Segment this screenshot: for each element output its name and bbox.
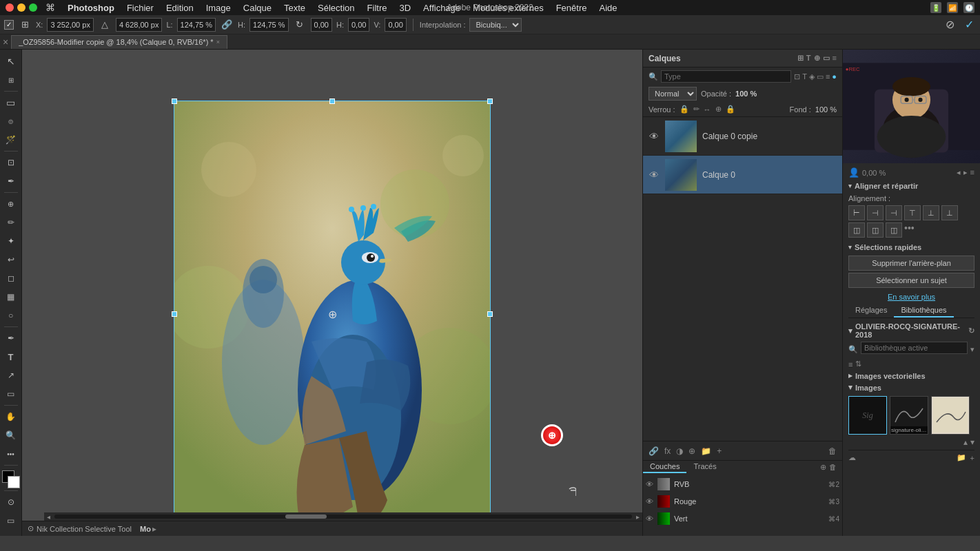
tab-reglages[interactable]: Réglages [848, 304, 894, 318]
align-prev-btn[interactable]: ◂ [957, 168, 961, 177]
menu-selection[interactable]: Sélection [312, 1, 360, 14]
add-group-btn[interactable]: 📁 [701, 446, 711, 456]
link-layers-btn[interactable]: 🔗 [649, 446, 659, 456]
layer-icon-4[interactable]: ▭ [823, 54, 830, 63]
blend-mode-select[interactable]: Normal [649, 87, 697, 101]
spot-heal-tool[interactable]: ⊕ [2, 195, 20, 213]
menu-fenetre[interactable]: Fenêtre [551, 1, 593, 14]
red-circle-button[interactable]: ⊕ [541, 424, 563, 446]
supprimer-bg-btn[interactable]: Supprimer l'arrière-plan [848, 256, 974, 271]
bib-sort-icon[interactable]: ⇅ [855, 360, 861, 368]
eraser-tool[interactable]: ◻ [2, 269, 20, 287]
scroll-right-btn[interactable]: ▸ [636, 513, 640, 521]
layer-item-0[interactable]: 👁 Calque 0 [643, 156, 842, 194]
channel-rvb[interactable]: 👁 RVB ⌘2 [643, 476, 842, 492]
delete-layer-btn[interactable]: 🗑 [828, 446, 837, 456]
filter-toggle[interactable]: ● [832, 72, 837, 81]
bib-refresh-btn[interactable]: ↻ [968, 326, 974, 335]
x-field[interactable]: 3 252,00 px [47, 18, 94, 32]
align-section-header[interactable]: ▾ Aligner et répartir [848, 182, 974, 190]
tab-close-x[interactable]: × [3, 37, 8, 48]
history-brush-tool[interactable]: ↩ [2, 251, 20, 269]
layer-item-copie[interactable]: 👁 Calque 0 copie [643, 117, 842, 156]
align-people-icon[interactable]: 👤 [848, 167, 859, 178]
fx-btn[interactable]: fx [664, 446, 671, 456]
distrib-left-btn[interactable]: ◫ [848, 222, 865, 238]
magic-wand-tool[interactable]: 🪄 [2, 131, 20, 149]
layer-search-input[interactable] [661, 70, 791, 83]
layer-visibility-copie[interactable]: 👁 [649, 131, 660, 142]
lasso-tool[interactable]: ⌾ [2, 112, 20, 130]
thumb-sig2[interactable]: signature-olivie... [890, 396, 928, 435]
chain-link-icon[interactable]: 🔗 [220, 18, 234, 32]
tab-bibliotheques[interactable]: Bibliothèques [894, 304, 953, 318]
add-layer-btn[interactable]: + [717, 446, 722, 456]
move-tool[interactable]: ↖ [2, 52, 20, 70]
align-center-v-btn[interactable]: ⊥ [923, 205, 939, 220]
align-more-btn[interactable]: ••• [904, 222, 915, 238]
interpolation-select[interactable]: Bicubiq... [469, 18, 522, 32]
tab-couches[interactable]: Couches [643, 461, 686, 473]
fullscreen-button[interactable] [29, 3, 37, 12]
layer-icon-2[interactable]: T [806, 54, 811, 63]
filter-icon-3[interactable]: ◈ [809, 72, 815, 81]
couches-trash-btn[interactable]: 🗑 [829, 463, 837, 471]
marquee-rect-tool[interactable]: ▭ [2, 94, 20, 112]
menu-image[interactable]: Image [201, 1, 236, 14]
screen-mode-btn[interactable]: ▭ [2, 512, 20, 530]
dodge-tool[interactable]: ○ [2, 306, 20, 324]
distrib-right-btn[interactable]: ◫ [886, 222, 902, 238]
channel-rvb-eye[interactable]: 👁 [646, 480, 653, 488]
close-button[interactable] [6, 3, 14, 12]
thumb-sig3[interactable] [931, 396, 970, 435]
quick-mask-btn[interactable]: ⊙ [2, 493, 20, 511]
menu-photoshop[interactable]: Photoshop [62, 1, 120, 14]
channel-vert-eye[interactable]: 👁 [646, 514, 653, 523]
bib-cloud-icon[interactable]: ☁ [848, 453, 856, 462]
pen-tool[interactable]: ✒ [2, 329, 20, 347]
rot-field[interactable]: 0,00 [311, 18, 332, 32]
couches-add-btn[interactable]: ⊕ [820, 463, 826, 472]
h-field[interactable]: 124,75 % [249, 18, 288, 32]
apple-menu[interactable]: ⌘ [45, 2, 55, 13]
menu-aide[interactable]: Aide [593, 1, 622, 14]
transform-checkbox[interactable]: ✓ [4, 20, 14, 30]
vy-field[interactable]: 0,00 [385, 18, 406, 32]
bib-folder-btn[interactable]: 📁 [957, 453, 966, 462]
lock-icon-1[interactable]: 🔒 [680, 105, 689, 114]
color-swatches[interactable] [2, 470, 20, 488]
background-color[interactable] [8, 476, 20, 488]
l-field[interactable]: 124,75 % [177, 18, 216, 32]
h-scrollbar-thumb[interactable] [285, 514, 327, 519]
layer-icon-3[interactable]: ⊕ [814, 54, 820, 63]
menu-fichier[interactable]: Fichier [121, 1, 159, 14]
en-savoir-plus-link[interactable]: En savoir plus [848, 293, 974, 301]
filter-icon-1[interactable]: ⊡ [794, 72, 800, 81]
scroll-left-btn[interactable]: ◂ [47, 513, 50, 521]
bib-filter-icon[interactable]: ≡ [848, 360, 853, 368]
selectionner-sujet-btn[interactable]: Sélectionner un sujet [848, 273, 974, 288]
distrib-center-btn[interactable]: ◫ [867, 222, 884, 238]
crop-tool[interactable]: ⊡ [2, 154, 20, 171]
tab-traces[interactable]: Tracés [686, 461, 723, 473]
align-center-h-btn[interactable]: ⊣ [867, 205, 884, 220]
menu-texte[interactable]: Texte [278, 1, 311, 14]
images-section-header[interactable]: ▾ Images [848, 383, 974, 392]
h-scrollbar[interactable]: ◂ ▸ [44, 512, 642, 521]
artboard-tool[interactable]: ⊞ [2, 71, 20, 89]
eyedropper-tool[interactable]: ✒ [2, 172, 20, 190]
zoom-arrow[interactable]: ▸ [152, 524, 156, 534]
y-field[interactable]: 4 628,00 px [116, 18, 163, 32]
clone-stamp-tool[interactable]: ✦ [2, 232, 20, 250]
layer-icon-1[interactable]: ⊞ [797, 54, 804, 63]
lock-icon-5[interactable]: 🔒 [726, 105, 735, 114]
bib-scroll-up[interactable]: ▴ [963, 437, 968, 447]
align-right-btn[interactable]: ⊣ [886, 205, 902, 220]
vec-section-header[interactable]: ▸ Images vectorielles [848, 371, 974, 380]
type-tool[interactable]: T [2, 348, 20, 366]
bib-scroll-down[interactable]: ▾ [970, 437, 974, 447]
align-next-btn[interactable]: ▸ [963, 168, 968, 177]
channel-vert[interactable]: 👁 Vert ⌘4 [643, 510, 842, 527]
filter-icon-2[interactable]: T [802, 72, 807, 81]
menu-edition[interactable]: Edition [161, 1, 199, 14]
